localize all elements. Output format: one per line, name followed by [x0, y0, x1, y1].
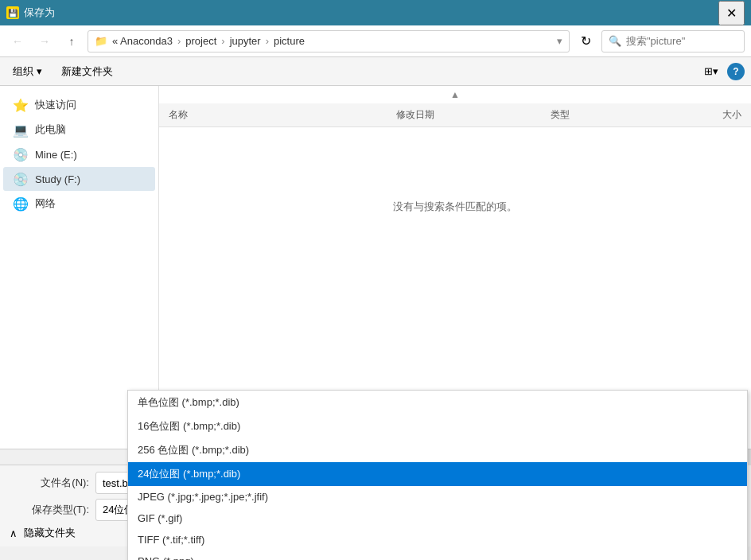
mine-e-icon: 💿 [13, 146, 29, 162]
titlebar: 💾 保存为 ✕ [0, 0, 751, 25]
titlebar-left: 💾 保存为 [6, 6, 55, 20]
dropdown-item-4[interactable]: JPEG (*.jpg;*.jpeg;*.jpe;*.jfif) [128, 486, 747, 508]
toolbar: 组织 ▾ 新建文件夹 ⊞ ▾ ? [0, 57, 751, 86]
up-button[interactable]: ↑ [60, 30, 83, 52]
toolbar-right: ⊞ ▾ ? [700, 60, 745, 83]
dropdown-item-7[interactable]: PNG (*.png) [128, 550, 747, 560]
forward-button[interactable]: → [33, 30, 56, 52]
titlebar-title: 保存为 [24, 6, 55, 20]
breadcrumb-project: project [185, 35, 216, 47]
file-list-header: 名称 修改日期 类型 大小 [159, 103, 751, 127]
col-type[interactable]: 类型 [547, 107, 664, 123]
new-folder-button[interactable]: 新建文件夹 [55, 61, 119, 82]
sidebar-item-mine-e[interactable]: 💿 Mine (E:) [3, 142, 155, 166]
organize-button[interactable]: 组织 ▾ [6, 61, 49, 82]
dropdown-item-0[interactable]: 单色位图 (*.bmp;*.dib) [128, 391, 747, 414]
col-name[interactable]: 名称 [165, 107, 393, 123]
breadcrumb-dropdown-icon[interactable]: ▾ [557, 35, 562, 47]
view-icon: ⊞ [704, 65, 713, 77]
sidebar-label-this-pc: 此电脑 [35, 122, 66, 137]
sidebar-label-quick-access: 快速访问 [35, 98, 76, 112]
search-input[interactable] [626, 35, 737, 47]
organize-label: 组织 [13, 64, 33, 79]
breadcrumb[interactable]: 📁 « Anaconda3 › project › jupyter › pict… [88, 30, 570, 52]
empty-message: 没有与搜索条件匹配的项。 [159, 127, 751, 286]
breadcrumb-jupyter: jupyter [230, 35, 261, 47]
sidebar-label-study-f: Study (F:) [35, 173, 80, 185]
breadcrumb-picture: picture [274, 35, 305, 47]
dropdown-item-1[interactable]: 16色位图 (*.bmp;*.dib) [128, 414, 747, 438]
filetype-dropdown: 单色位图 (*.bmp;*.dib) 16色位图 (*.bmp;*.dib) 2… [127, 390, 748, 560]
addressbar: ← → ↑ 📁 « Anaconda3 › project › jupyter … [0, 25, 751, 57]
study-f-icon: 💿 [13, 171, 29, 187]
sort-indicator: ▲ [159, 86, 751, 103]
sidebar-item-study-f[interactable]: 💿 Study (F:) [3, 167, 155, 191]
sidebar-item-quick-access[interactable]: ⭐ 快速访问 [3, 93, 155, 117]
refresh-button[interactable]: ↻ [574, 30, 597, 52]
col-size[interactable]: 大小 [664, 107, 745, 123]
quick-access-icon: ⭐ [13, 97, 29, 113]
filetype-label: 保存类型(T): [10, 503, 89, 517]
view-button[interactable]: ⊞ ▾ [700, 60, 722, 83]
dropdown-item-2[interactable]: 256 色位图 (*.bmp;*.dib) [128, 438, 747, 462]
breadcrumb-folder-icon: 📁 [95, 35, 107, 47]
dropdown-item-3[interactable]: 24位位图 (*.bmp;*.dib) [128, 462, 747, 486]
dropdown-item-6[interactable]: TIFF (*.tif;*.tiff) [128, 529, 747, 550]
search-icon: 🔍 [609, 35, 621, 47]
hide-folder-chevron[interactable]: ∧ [10, 527, 18, 539]
sidebar-item-network[interactable]: 🌐 网络 [3, 192, 155, 216]
view-arrow: ▾ [713, 65, 718, 77]
hide-folder-label[interactable]: 隐藏文件夹 [24, 526, 76, 540]
filename-label: 文件名(N): [10, 476, 89, 490]
dropdown-item-5[interactable]: GIF (*.gif) [128, 508, 747, 529]
sidebar-label-network: 网络 [35, 196, 56, 211]
organize-arrow: ▾ [37, 65, 42, 77]
save-icon: 💾 [6, 6, 19, 19]
breadcrumb-anaconda3: « Anaconda3 [112, 35, 173, 47]
network-icon: 🌐 [13, 196, 29, 212]
close-button[interactable]: ✕ [718, 1, 745, 25]
this-pc-icon: 💻 [13, 122, 29, 138]
col-date[interactable]: 修改日期 [393, 107, 547, 123]
search-bar: 🔍 [601, 30, 745, 52]
sidebar-label-mine-e: Mine (E:) [35, 149, 77, 161]
sidebar-item-this-pc[interactable]: 💻 此电脑 [3, 118, 155, 142]
help-button[interactable]: ? [727, 63, 745, 80]
back-button[interactable]: ← [6, 30, 29, 52]
